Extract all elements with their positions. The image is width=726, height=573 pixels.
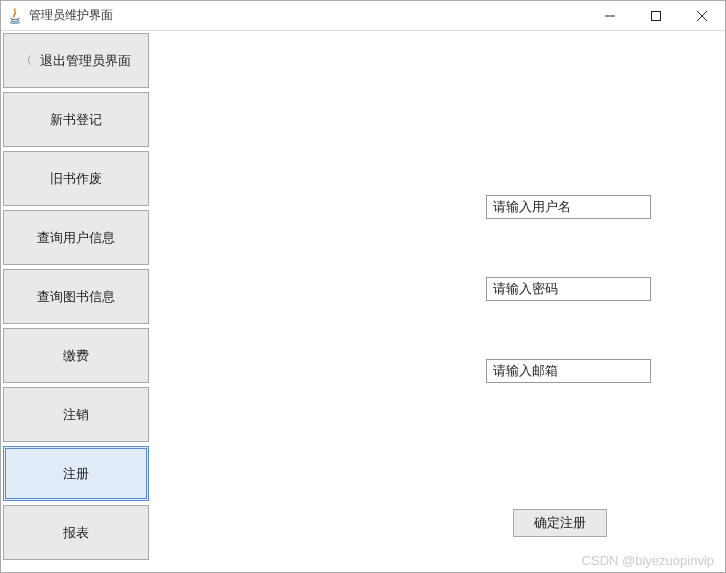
java-icon	[7, 8, 23, 24]
app-window: 管理员维护界面 〈 退出管理员界面 新书登记 旧书作废	[0, 0, 726, 573]
sidebar-item-logout[interactable]: 注销	[3, 387, 149, 442]
sidebar-item-query-user[interactable]: 查询用户信息	[3, 210, 149, 265]
email-field[interactable]	[486, 359, 651, 383]
sidebar-item-report[interactable]: 报表	[3, 505, 149, 560]
content-area: 〈 退出管理员界面 新书登记 旧书作废 查询用户信息 查询图书信息 缴费 注销	[1, 31, 725, 572]
sidebar-item-register[interactable]: 注册	[3, 446, 149, 501]
sidebar-item-label: 缴费	[63, 347, 89, 365]
maximize-button[interactable]	[633, 1, 679, 30]
sidebar-item-payment[interactable]: 缴费	[3, 328, 149, 383]
chevron-left-icon: 〈	[21, 53, 32, 68]
minimize-button[interactable]	[587, 1, 633, 30]
confirm-button-label: 确定注册	[534, 514, 586, 532]
sidebar-item-label: 查询用户信息	[37, 229, 115, 247]
sidebar-item-query-book[interactable]: 查询图书信息	[3, 269, 149, 324]
sidebar-item-label: 新书登记	[50, 111, 102, 129]
sidebar-item-label: 注册	[63, 465, 89, 483]
confirm-register-button[interactable]: 确定注册	[513, 509, 607, 537]
sidebar-item-label: 报表	[63, 524, 89, 542]
sidebar-item-label: 退出管理员界面	[40, 52, 131, 70]
password-field[interactable]	[486, 277, 651, 301]
sidebar: 〈 退出管理员界面 新书登记 旧书作废 查询用户信息 查询图书信息 缴费 注销	[1, 31, 151, 572]
username-field[interactable]	[486, 195, 651, 219]
titlebar: 管理员维护界面	[1, 1, 725, 31]
sidebar-item-label: 查询图书信息	[37, 288, 115, 306]
main-panel: 确定注册	[151, 31, 725, 572]
sidebar-item-old-book[interactable]: 旧书作废	[3, 151, 149, 206]
sidebar-item-label: 注销	[63, 406, 89, 424]
sidebar-item-new-book[interactable]: 新书登记	[3, 92, 149, 147]
svg-rect-1	[652, 11, 661, 20]
window-title: 管理员维护界面	[29, 7, 587, 24]
window-controls	[587, 1, 725, 30]
sidebar-item-label: 旧书作废	[50, 170, 102, 188]
sidebar-item-exit-admin[interactable]: 〈 退出管理员界面	[3, 33, 149, 88]
close-button[interactable]	[679, 1, 725, 30]
